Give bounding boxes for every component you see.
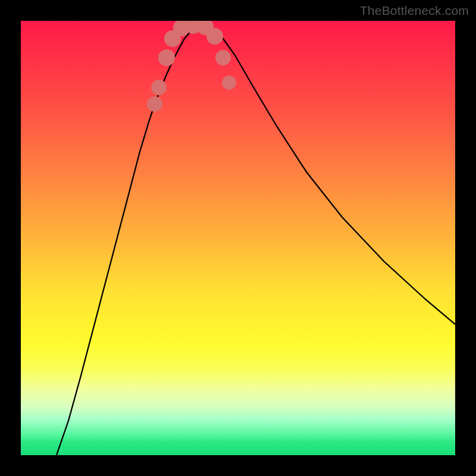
curve-marker — [206, 28, 223, 45]
curve-marker — [147, 96, 162, 112]
attribution-text: TheBottleneck.com — [360, 4, 469, 18]
bottleneck-curve — [57, 26, 455, 455]
curve-markers — [147, 21, 236, 112]
curve-marker — [215, 50, 231, 65]
chart-svg — [21, 21, 455, 455]
curve-marker — [151, 80, 167, 95]
outer-frame: TheBottleneck.com — [0, 0, 476, 476]
curve-marker — [222, 76, 236, 90]
curve-marker — [158, 49, 175, 66]
